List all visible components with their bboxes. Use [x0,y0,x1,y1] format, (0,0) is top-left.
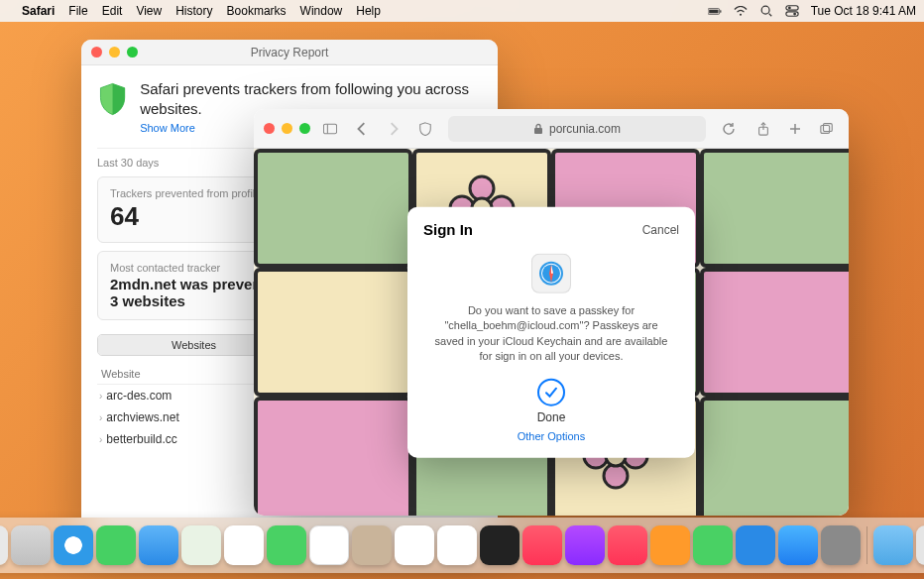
maximize-button[interactable] [127,47,138,58]
dock-app-mail[interactable] [139,525,178,565]
done-label: Done [423,409,679,423]
dock-app-notes[interactable] [437,525,477,565]
menu-file[interactable]: File [68,4,87,18]
chevron-right-icon: › [99,434,102,445]
website-name: archviews.net [106,410,178,424]
maximize-button[interactable] [299,123,310,134]
dock-app-pages[interactable] [650,525,690,565]
privacy-report-button[interactable] [413,118,437,140]
dock-app-calendar[interactable] [309,525,349,565]
dock-app-photos[interactable] [224,525,264,565]
dock-app-maps[interactable] [181,525,221,565]
dock-app-numbers[interactable] [693,525,733,565]
window-titlebar[interactable]: Privacy Report [81,40,498,65]
dock-app-podcasts[interactable] [565,525,605,565]
svg-rect-17 [821,125,830,133]
back-button[interactable] [350,118,374,140]
menu-history[interactable]: History [175,4,212,18]
new-tab-button[interactable] [783,118,807,140]
website-name: betterbuild.cc [106,432,176,446]
shield-icon [97,79,128,119]
chevron-right-icon: › [99,412,102,423]
svg-point-8 [788,7,791,10]
sidebar-toggle-button[interactable] [318,118,342,140]
safari-toolbar: porcunia.com [254,109,849,149]
svg-rect-18 [824,123,833,131]
other-options-link[interactable]: Other Options [423,429,679,441]
menu-view[interactable]: View [136,4,162,18]
forward-button[interactable] [382,118,405,140]
dock-app-finder[interactable] [0,525,8,565]
chevron-right-icon: › [99,391,102,402]
svg-rect-2 [720,10,721,12]
url-host: porcunia.com [549,122,621,136]
dock-app-reminders[interactable] [395,525,434,565]
dock-app-settings[interactable] [821,525,861,565]
dialog-title: Sign In [423,221,473,238]
address-bar[interactable]: porcunia.com [448,116,706,142]
dialog-message: Do you want to save a passkey for "chell… [423,303,679,365]
svg-rect-7 [786,12,798,16]
share-button[interactable] [751,118,775,140]
dock-app-messages[interactable] [96,525,136,565]
menu-help[interactable]: Help [356,4,381,18]
svg-line-5 [768,14,771,17]
dock-app-keynote[interactable] [736,525,775,565]
svg-rect-6 [786,6,798,10]
minimize-button[interactable] [109,47,120,58]
col-website: Website [101,368,141,380]
dock-downloads-folder[interactable] [873,525,913,565]
passkey-dialog: Sign In Cancel Do you want to save a pas… [407,207,695,458]
safari-window: porcunia.com Sign In Cancel Do you want [254,109,849,516]
svg-point-4 [761,6,769,14]
svg-rect-10 [323,124,336,134]
svg-rect-12 [534,128,542,134]
control-center-icon[interactable] [785,4,799,18]
reload-button[interactable] [717,118,741,140]
checkmark-icon [537,378,565,405]
safari-app-icon [531,254,571,293]
dock-app-news[interactable] [608,525,647,565]
svg-point-26 [604,464,628,488]
dock-app-launchpad[interactable] [11,525,51,565]
menu-bookmarks[interactable]: Bookmarks [227,4,287,18]
dock-app-contacts[interactable] [352,525,392,565]
dock-separator [866,526,867,564]
dock-app-facetime[interactable] [267,525,306,565]
svg-rect-1 [709,9,718,13]
svg-point-9 [793,13,796,16]
menubar: Safari File Edit View History Bookmarks … [0,0,924,22]
dock-trash[interactable] [916,525,924,565]
menu-window[interactable]: Window [300,4,343,18]
minimize-button[interactable] [282,123,292,134]
spotlight-icon[interactable] [759,4,773,18]
dock [0,518,924,573]
website-name: arc-des.com [106,389,172,403]
dock-app-appstore[interactable] [778,525,818,565]
dock-app-music[interactable] [522,525,562,565]
tab-overview-button[interactable] [815,118,839,140]
lock-icon [533,123,543,135]
battery-icon[interactable] [708,4,722,18]
page-content: Sign In Cancel Do you want to save a pas… [254,149,849,516]
close-button[interactable] [264,123,275,134]
window-title: Privacy Report [251,46,329,59]
dock-app-tv[interactable] [480,525,520,565]
menubar-clock[interactable]: Tue Oct 18 9:41 AM [811,4,916,18]
svg-point-19 [470,176,494,200]
menu-edit[interactable]: Edit [102,4,123,18]
cancel-button[interactable]: Cancel [642,222,679,236]
svg-point-3 [740,13,742,15]
dock-app-safari[interactable] [54,525,93,565]
app-menu[interactable]: Safari [22,4,55,18]
wifi-icon[interactable] [734,4,748,18]
close-button[interactable] [91,47,102,58]
